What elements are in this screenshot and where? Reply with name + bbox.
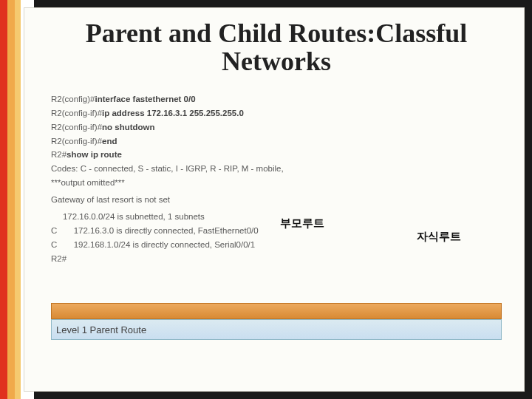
slide-card: Parent and Child Routes:Classful Network… [24,7,525,392]
cli-command: no shutdown [102,123,155,132]
bar-orange [7,0,15,399]
cli-line-8: Gateway of last resort is not set [51,193,502,207]
cli-line-4: R2(config-if)#end [51,134,502,149]
cli-line-1: R2(config)#interface fastethernet 0/0 [51,92,502,106]
cli-line-12: R2# [51,252,502,266]
cli-line-9: 172.16.0.0/24 is subnetted, 1 subnets [51,210,502,224]
cli-prompt: R2(config-if)# [51,109,102,117]
cli-command: end [102,137,117,146]
bar-yellow [15,0,21,399]
cli-command: interface fastethernet 0/0 [95,95,195,103]
cli-prompt: R2# [51,150,66,159]
cli-line-3: R2(config-if)#no shutdown [51,120,502,134]
annotation-parent-route: 부모루트 [280,214,324,233]
cli-prompt: R2(config-if)# [51,137,102,146]
level1-parent-label: Level 1 Parent Route [56,324,146,335]
cli-line-5: R2#show ip route [51,148,502,162]
orange-band [51,303,502,319]
cli-prompt: R2(config-if)# [51,123,102,132]
cli-line-7: ***output omitted*** [51,176,502,190]
cli-command: show ip route [66,150,122,159]
level1-parent-band: Level 1 Parent Route [51,319,502,340]
cli-command: ip address 172.16.3.1 255.255.255.0 [102,109,244,117]
slide-title: Parent and Child Routes:Classful Network… [51,20,502,76]
cli-line-6: Codes: C - connected, S - static, I - IG… [51,162,502,176]
cli-line-2: R2(config-if)#ip address 172.16.3.1 255.… [51,106,502,120]
cli-prompt: R2(config)# [51,95,95,103]
bar-red [0,0,7,399]
terminal-block: R2(config)#interface fastethernet 0/0 R2… [51,92,502,267]
annotation-child-route: 자식루트 [417,228,461,246]
